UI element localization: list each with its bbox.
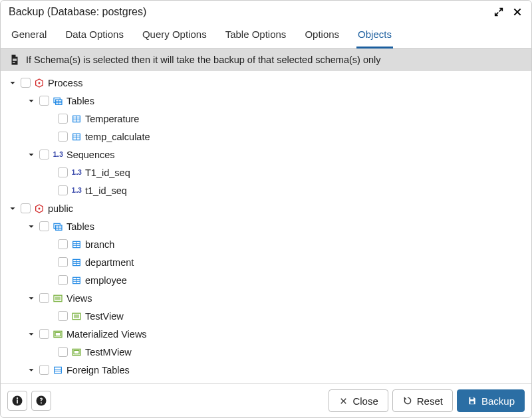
tree-row: TestView <box>6 307 529 325</box>
tree-checkbox[interactable] <box>58 311 68 321</box>
tree-row: Process <box>6 74 529 92</box>
reset-label: Reset <box>417 395 443 407</box>
tree-label[interactable]: Materialized Views <box>66 329 147 340</box>
view-icon <box>70 310 82 322</box>
expand-caret[interactable] <box>26 329 37 340</box>
info-text: If Schema(s) is selected then it will ta… <box>26 54 381 65</box>
expand-icon <box>493 7 504 17</box>
save-icon <box>467 395 477 406</box>
sequence-icon: 1..3 <box>52 149 64 161</box>
tree-row: branch <box>6 235 529 253</box>
tree-label[interactable]: t1_id_seq <box>85 185 127 196</box>
tree-label[interactable]: branch <box>85 239 114 250</box>
tree-checkbox[interactable] <box>39 221 49 231</box>
document-icon <box>9 54 21 66</box>
tree-label[interactable]: Foreign Tables <box>66 365 130 375</box>
tree-checkbox[interactable] <box>58 167 68 177</box>
tree-label[interactable]: Sequences <box>66 150 115 160</box>
tree-checkbox[interactable] <box>39 96 49 106</box>
expand-caret[interactable] <box>26 221 37 232</box>
chevron-down-icon <box>27 366 36 375</box>
object-tree-scroll[interactable]: ProcessTablesTemperaturetemp_calculate1.… <box>1 71 531 383</box>
backup-dialog: Backup (Database: postgres) General Data… <box>0 0 532 418</box>
tree-checkbox[interactable] <box>21 203 31 213</box>
close-button[interactable]: Close <box>329 389 388 412</box>
expand-caret[interactable] <box>7 203 18 214</box>
mview-icon <box>70 346 82 358</box>
tab-query-options[interactable]: Query Options <box>141 25 208 48</box>
expand-caret[interactable] <box>26 365 37 375</box>
tree-label[interactable]: TestMView <box>85 347 132 358</box>
tree-checkbox[interactable] <box>58 132 68 142</box>
reset-icon <box>402 395 413 406</box>
tree-row: Temperature <box>6 110 529 128</box>
titlebar: Backup (Database: postgres) <box>1 1 531 21</box>
tree-label[interactable]: employee <box>85 275 127 286</box>
close-titlebar-button[interactable] <box>511 6 523 18</box>
info-button[interactable] <box>7 391 27 411</box>
chevron-down-icon <box>8 204 17 213</box>
tree-row: temp_calculate <box>6 128 529 146</box>
tree-checkbox[interactable] <box>58 114 68 124</box>
tree-checkbox[interactable] <box>39 293 49 303</box>
info-bar: If Schema(s) is selected then it will ta… <box>1 49 531 71</box>
tree-row: Materialized Views <box>6 325 529 343</box>
info-icon <box>11 394 24 407</box>
tree-label[interactable]: Views <box>66 293 92 304</box>
close-label: Close <box>352 395 378 407</box>
tree-checkbox[interactable] <box>58 239 68 249</box>
sequence-icon: 1..3 <box>70 167 82 179</box>
maximize-button[interactable] <box>493 6 505 18</box>
tree-row: employee <box>6 271 529 289</box>
mview-icon <box>52 328 64 340</box>
tree-checkbox[interactable] <box>39 365 49 375</box>
tree-checkbox[interactable] <box>58 185 68 195</box>
tables-icon <box>52 221 64 233</box>
tab-general[interactable]: General <box>10 25 48 48</box>
schema-icon <box>33 203 45 215</box>
table-icon <box>70 239 82 251</box>
help-button[interactable] <box>31 391 51 411</box>
tab-options[interactable]: Options <box>303 25 340 48</box>
tree-checkbox[interactable] <box>58 347 68 357</box>
view-icon <box>52 292 64 304</box>
tree-label[interactable]: Temperature <box>85 114 139 124</box>
tree-label[interactable]: Tables <box>66 96 94 106</box>
tree-row: 1..3t1_id_seq <box>6 181 529 199</box>
chevron-down-icon <box>27 330 36 339</box>
expand-caret[interactable] <box>26 96 37 106</box>
expand-caret[interactable] <box>26 150 37 160</box>
chevron-down-icon <box>27 294 36 303</box>
tree-label[interactable]: TestView <box>85 311 124 322</box>
expand-caret[interactable] <box>26 293 37 304</box>
object-tree: ProcessTablesTemperaturetemp_calculate1.… <box>6 74 529 379</box>
schema-icon <box>33 77 45 89</box>
reset-button[interactable]: Reset <box>392 389 453 412</box>
chevron-down-icon <box>27 96 36 106</box>
tree-row: Foreign Tables <box>6 361 529 379</box>
tree-row: 1..3T1_id_seq <box>6 163 529 181</box>
tree-checkbox[interactable] <box>39 329 49 339</box>
tree-label[interactable]: temp_calculate <box>85 132 150 142</box>
backup-label: Backup <box>481 395 515 407</box>
tree-checkbox[interactable] <box>21 78 31 88</box>
table-icon <box>70 257 82 268</box>
tree-checkbox[interactable] <box>39 150 49 159</box>
sequence-icon: 1..3 <box>70 185 82 197</box>
tab-data-options[interactable]: Data Options <box>64 25 125 48</box>
tree-label[interactable]: Tables <box>66 221 94 232</box>
tab-objects[interactable]: Objects <box>356 25 393 49</box>
expand-caret[interactable] <box>7 78 18 88</box>
table-icon <box>70 274 82 286</box>
backup-button[interactable]: Backup <box>457 389 525 412</box>
tree-label[interactable]: T1_id_seq <box>85 167 130 178</box>
tree-checkbox[interactable] <box>58 275 68 285</box>
tree-label[interactable]: department <box>85 257 134 268</box>
tree-checkbox[interactable] <box>58 257 68 267</box>
tables-icon <box>52 95 64 107</box>
tree-label[interactable]: Process <box>48 78 82 88</box>
tree-label[interactable]: public <box>48 203 73 214</box>
tree-row: public <box>6 199 529 217</box>
tab-table-options[interactable]: Table Options <box>224 25 288 48</box>
table-icon <box>70 131 82 143</box>
